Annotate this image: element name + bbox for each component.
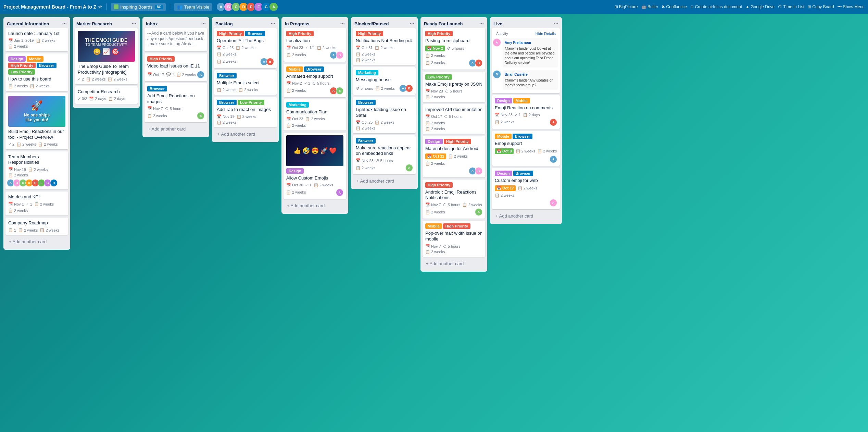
column-body-ready-launch: High Priority Pasting from clipboard 📅 N…	[420, 28, 487, 272]
board-badge: 8C	[155, 5, 163, 9]
inspiring-boards-btn[interactable]: Inspiring Boards 8C	[111, 3, 166, 11]
confluence-link[interactable]: ✖ Confluence	[662, 4, 687, 9]
card-add-emoji-reactions[interactable]: Browser Add Emoji Reactions on images 📅N…	[144, 83, 207, 123]
card-bottom: 📋 2 weeks A	[356, 164, 413, 172]
card-material-design-android[interactable]: Design High Priority Material design for…	[423, 136, 485, 177]
meta-2weeks: 📋 2 weeks	[147, 114, 167, 118]
card-popover-mobile[interactable]: Mobile High Priority Pop-over max width …	[423, 221, 485, 257]
card-custom-emoji-web[interactable]: Design Browser Custom emoji for web 📅 Oc…	[492, 168, 560, 209]
hide-details-link[interactable]: Hide Details	[536, 32, 556, 36]
card-lightbox[interactable]: Browser Lightbox loading issue on Safari…	[353, 97, 416, 133]
card-bottom: A	[495, 199, 557, 207]
card-localization[interactable]: High Priority Localization 📅Oct 23 ✓1/4 …	[284, 28, 346, 62]
column-menu-general-info[interactable]: ···	[62, 21, 67, 27]
card-meta: 📅Nov 19 📋2 weeks	[217, 114, 274, 119]
card-animated-emoji[interactable]: Mobile Browser Animated emoji support 📅N…	[284, 64, 346, 97]
column-menu-live[interactable]: ···	[554, 21, 558, 27]
show-menu-link[interactable]: ••• Show Menu	[838, 4, 865, 9]
card-meta: 📅Nov 1 ✓1 📋2 weeks 📋2 weeks	[8, 202, 65, 213]
card-title: Lightbox loading issue on Safari	[356, 107, 413, 119]
bigpicture-link[interactable]: ⊞ BigPicture	[615, 4, 638, 9]
column-menu-ready-launch[interactable]: ···	[479, 21, 484, 27]
add-card-in-progress[interactable]: + Add another card	[284, 201, 345, 210]
card-emoji-support[interactable]: Mobile Browser Emoji support 📅 Oct 8 📋2 …	[492, 131, 560, 166]
card-launch-date[interactable]: Launch date : January 1st 📅Jan 1, 2019 📋…	[5, 28, 68, 51]
meta-date: 📅Oct 17	[147, 72, 164, 77]
column-menu-inbox[interactable]: ···	[201, 21, 206, 27]
airfocus-link[interactable]: ⊙ Create airfocus document	[690, 4, 742, 9]
card-add-tab[interactable]: Browser Low Priority Add Tab to react on…	[214, 97, 277, 127]
column-menu-in-progress[interactable]: ···	[340, 21, 345, 27]
card-meta: ✓2 📋2 weeks 📋2 weeks	[8, 142, 65, 147]
card-competitor-research[interactable]: Competitor Research ✓0/2 📅2 days 📋2 days	[75, 86, 138, 104]
card-how-to-use[interactable]: Design Mobile High Priority Browser Low …	[5, 53, 68, 91]
card-notifications-not-sending[interactable]: High Priority Notifications Not Sending …	[353, 28, 416, 65]
card-emoji-guide[interactable]: THE EMOJI GUIDE TO TEAM PRODUCTIVITY 😀 📈…	[75, 28, 138, 84]
card-communication-plan[interactable]: Marketing Communication Plan 📅Oct 23 📋2 …	[284, 99, 346, 131]
card-labels: Marketing	[286, 102, 343, 108]
time-in-list-link[interactable]: ⏱ Time In List	[778, 4, 804, 9]
card-avatars: A	[476, 208, 482, 216]
card-meta: 📅 Nov 2 ⏱5 hours 📋2 weeks	[425, 46, 482, 58]
column-menu-backlog[interactable]: ···	[271, 21, 275, 27]
card-title: Allow Custom Emojis	[286, 175, 343, 181]
card-reactions-embedded[interactable]: Browser Make sure reactions appear on em…	[353, 135, 416, 175]
add-card-backlog[interactable]: + Add another card	[215, 129, 276, 139]
meta-1: 📋2 weeks	[425, 121, 445, 125]
card-emoji-reaction-comments[interactable]: Design Mobile Emoji Reaction on comments…	[492, 95, 560, 129]
avatar: B	[266, 58, 274, 65]
column-backlog: Backlog ··· High Priority Browser Operat…	[212, 17, 279, 142]
card-messaging-house[interactable]: Marketing Messaging house ⏱5 hours 📋2 we…	[353, 67, 416, 95]
add-card-ready-launch[interactable]: + Add another card	[423, 259, 485, 268]
card-bottom: 📋 2 weeks A B	[217, 58, 274, 65]
butler-link[interactable]: 🤖 Butler	[641, 4, 658, 9]
header-divider-1	[106, 3, 107, 10]
card-make-emojis-pretty[interactable]: Low Priority Make Emojis pretty on JSON …	[423, 72, 485, 102]
card-title: Emoji Reaction on comments	[495, 105, 557, 111]
google-drive-link[interactable]: ▲ Google Drive	[745, 4, 775, 9]
app-header: Project Management Board - From A to Z ☆…	[0, 0, 868, 14]
card-company-roadmap[interactable]: Company Roadmap 📋1 📋2 weeks 📋2 weeks	[5, 218, 68, 235]
column-body-blocked: High Priority Notifications Not Sending …	[351, 28, 418, 189]
add-card-blocked[interactable]: + Add another card	[354, 176, 415, 186]
label-mobile: Mobile	[286, 66, 303, 72]
card-multiple-emojis[interactable]: Browser Multiple Emojis select 📋2 weeks …	[214, 70, 277, 95]
meta-comment: 💬1	[166, 72, 174, 77]
card-improved-api[interactable]: Improved API documentation 📅Oct 17 ⏱5 ho…	[423, 104, 485, 134]
card-bottom: 📋 2 weeks A B	[286, 51, 343, 59]
card-operation-bugs[interactable]: High Priority Browser Operation: All The…	[214, 28, 277, 68]
add-card-live[interactable]: + Add another card	[493, 211, 559, 221]
avatar: B	[405, 85, 413, 92]
card-video-load[interactable]: High Priority Video load issues on IE 11…	[144, 53, 207, 81]
card-team-responsibilities[interactable]: Team Members Responsibilities 📅Nov 19 📋2…	[5, 151, 68, 190]
meta-2: 📋2 weeks	[495, 193, 514, 198]
card-labels: Low Priority	[425, 74, 482, 80]
card-title: Add Tab to react on images	[217, 107, 274, 113]
avatar: B	[336, 51, 343, 59]
card-meta: 📅Oct 25 📋2 weeks	[356, 120, 413, 125]
card-android-emoji-notifications[interactable]: High Priority Android : Emoji Reactions …	[423, 180, 485, 219]
card-metrics[interactable]: Metrics and KPI 📅Nov 1 ✓1 📋2 weeks 📋2 we…	[5, 192, 68, 215]
card-labels: Mobile Browser	[286, 66, 343, 72]
card-meta: 📅 Oct 12 📋2 weeks 📋2 weeks	[425, 153, 482, 166]
add-card-inbox[interactable]: + Add another card	[145, 124, 206, 134]
card-title: Animated emoji support	[286, 74, 343, 79]
card-title: Notifications Not Sending #4	[356, 38, 413, 44]
card-inbox-note[interactable]: ---Add a card below if you have any requ…	[144, 28, 207, 51]
card-bottom: 📋 2 weeks A B	[425, 59, 482, 67]
copy-board-link[interactable]: ⊞ Copy Board	[808, 4, 834, 9]
star-icon[interactable]: ☆	[98, 4, 102, 10]
label-browser: Browser	[356, 138, 376, 144]
card-allow-custom-emojis[interactable]: 👍 🤣 😍 🚀 ❤️ Design Allow Custom Emojis 📅O…	[284, 133, 346, 199]
add-card-general-info[interactable]: + Add another card	[6, 237, 67, 246]
card-bottom: A	[495, 156, 557, 163]
meta-hours: ⏱5 hours	[445, 89, 463, 93]
meta-date: 📅Nov 7	[425, 202, 441, 207]
card-pasting-clipboard[interactable]: High Priority Pasting from clipboard 📅 N…	[423, 28, 485, 70]
team-visible-btn[interactable]: 👥 Team Visible	[174, 3, 212, 11]
column-menu-blocked[interactable]: ···	[410, 21, 414, 27]
activity-entry-2: B Brian Carrière @amyhellander Any updat…	[494, 70, 558, 91]
column-menu-market-research[interactable]: ···	[132, 21, 136, 27]
card-activity[interactable]: Activity Hide Details A Amy Prellarnour …	[492, 28, 560, 93]
card-build-emoji[interactable]: 🚀 No one shipslike you do! Build Emoji R…	[5, 93, 68, 149]
